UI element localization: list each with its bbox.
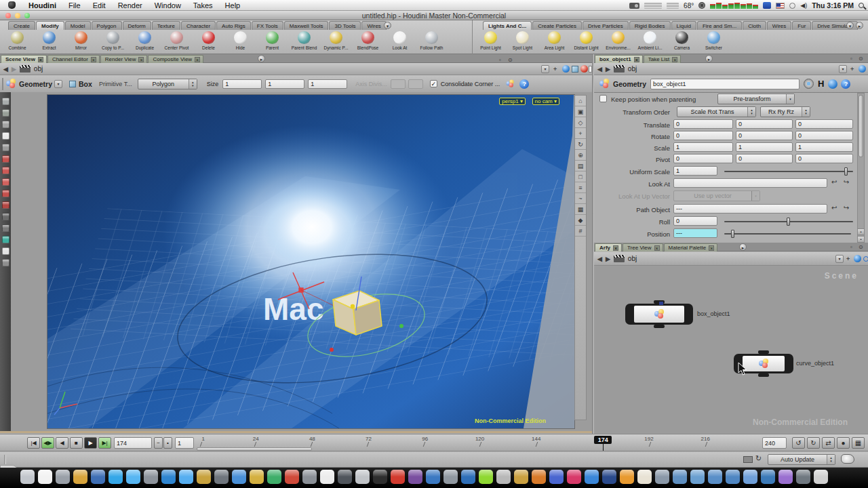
viewport-view-tool-icon[interactable]: ↻ — [575, 139, 586, 150]
environme-icon[interactable] — [612, 31, 625, 44]
node-label[interactable]: curve_object1 — [796, 360, 834, 367]
menu-render[interactable]: Render — [112, 0, 149, 11]
param-spinner-up-icon[interactable]: • — [857, 228, 865, 235]
scene-path[interactable]: obj — [34, 65, 43, 73]
delete-icon[interactable] — [202, 31, 215, 44]
viewport-tool-icon[interactable] — [2, 259, 9, 266]
scale-x-field[interactable]: 1 — [673, 142, 733, 152]
nav-back-icon[interactable]: ◀ — [597, 256, 602, 262]
position-slider[interactable] — [724, 233, 851, 235]
audio-toggle-button[interactable]: ● — [837, 437, 850, 449]
apple-logo-icon[interactable] — [8, 1, 16, 9]
no-cam-menu[interactable]: no cam ▾ — [532, 98, 559, 105]
volume-icon[interactable]: ◀) — [800, 2, 807, 9]
follow-path-icon[interactable] — [425, 31, 438, 44]
dock-app-icon[interactable] — [73, 470, 87, 484]
shelf-tool-look-at[interactable]: Look At — [384, 30, 416, 54]
menu-file[interactable]: File — [62, 0, 87, 11]
menu-help[interactable]: Help — [219, 0, 247, 11]
dock-app-icon[interactable] — [673, 470, 687, 484]
dock-app-icon[interactable] — [391, 470, 405, 484]
dock-app-icon[interactable] — [355, 470, 370, 484]
tab-channel-editor[interactable]: Channel Editor× — [47, 55, 100, 63]
dock-app-icon[interactable] — [655, 470, 669, 484]
tab-polygon[interactable]: Polygon — [92, 21, 122, 30]
tab-render-view[interactable]: Render View× — [100, 55, 148, 63]
bluetooth-status-icon[interactable] — [763, 2, 771, 9]
memory-icon[interactable] — [743, 456, 753, 463]
spot-light-icon[interactable] — [516, 31, 529, 44]
dock-app-icon[interactable] — [602, 470, 616, 484]
viewport-view-tool-icon[interactable]: ⌂ — [575, 96, 586, 106]
timeline[interactable]: |◀◀▶◀■▶▶| 174 − • 1 12448729612014419221… — [0, 434, 868, 451]
pivot-handle[interactable] — [351, 304, 355, 308]
shelf-tool-environme[interactable]: Environme... — [602, 30, 634, 54]
tab-rigid-bodies[interactable]: Rigid Bodies — [629, 21, 671, 30]
menu-window[interactable]: Window — [149, 0, 187, 11]
nav-back-icon[interactable]: ◀ — [3, 66, 8, 73]
camera-menu[interactable]: persp1 ▾ — [499, 98, 526, 105]
nav-back-icon[interactable]: ◀ — [597, 66, 602, 73]
shelf-tool-combine[interactable]: Combine — [1, 30, 33, 54]
viewport-tool-icon[interactable] — [2, 121, 9, 128]
consolidate-checkbox[interactable]: ✓ — [430, 80, 437, 87]
path-point-handle[interactable] — [399, 324, 403, 328]
tab-texture[interactable]: Texture — [152, 21, 180, 30]
tab-fire-and-sm[interactable]: Fire and Sm... — [697, 21, 742, 30]
ambient-li-icon[interactable] — [644, 31, 656, 44]
tab-composite-view[interactable]: Composite View× — [148, 55, 203, 63]
parent-icon[interactable] — [266, 31, 279, 44]
dock-app-icon[interactable] — [726, 470, 740, 484]
path-object-field[interactable]: --- — [673, 204, 827, 214]
center-pivot-icon[interactable] — [170, 31, 183, 44]
dock-app-icon[interactable] — [514, 470, 528, 484]
viewport-view-tool-icon[interactable]: ▤ — [575, 161, 586, 171]
pivot-y-field[interactable]: 0 — [736, 154, 793, 163]
param-pane-new-tab-icon[interactable]: ▸ — [705, 55, 713, 62]
render-teapot-icon[interactable] — [841, 454, 854, 464]
select-operator-icon[interactable]: ↪ — [844, 178, 849, 186]
prev-key-button[interactable]: ◀▶ — [41, 437, 54, 449]
look-at-field[interactable] — [673, 178, 827, 188]
shelf-tool-switcher[interactable]: Switcher — [698, 30, 730, 54]
shelf-tool-follow-path[interactable]: Follow Path — [416, 30, 448, 54]
tab-auto-rigs[interactable]: Auto Rigs — [216, 21, 251, 30]
gear-icon[interactable] — [698, 2, 705, 9]
combine-icon[interactable] — [11, 31, 24, 44]
link-icon[interactable] — [859, 65, 866, 73]
timeline-playhead[interactable]: 174 — [594, 436, 612, 444]
tab-arfy[interactable]: Arfy× — [595, 243, 622, 251]
shelf-tool-copy-to-p[interactable]: Copy to P... — [97, 30, 129, 54]
close-tab-icon[interactable]: × — [613, 245, 618, 251]
tab-cloth[interactable]: Cloth — [743, 21, 766, 30]
dock-app-icon[interactable] — [796, 470, 810, 484]
viewport-tool-icon[interactable] — [2, 144, 9, 151]
mirror-icon[interactable] — [75, 31, 87, 44]
tab-fur[interactable]: Fur — [792, 21, 811, 30]
shelf-tool-hide[interactable]: Hide — [224, 30, 256, 54]
frame-decrement-button[interactable]: − — [154, 437, 163, 449]
tab-lights-and-c[interactable]: Lights And C... — [483, 21, 532, 30]
dock-app-icon[interactable] — [161, 470, 176, 484]
extract-icon[interactable] — [43, 31, 56, 44]
viewport-view-tool-icon[interactable]: ▣ — [575, 106, 586, 117]
tab-tree-view[interactable]: Tree View× — [623, 243, 663, 251]
viewport-tool-icon[interactable] — [2, 247, 9, 255]
jump-end-button[interactable]: ▶| — [98, 437, 111, 449]
node-box-object1[interactable] — [625, 304, 693, 325]
shelf-tool-blendpose[interactable]: BlendPose — [352, 30, 384, 54]
dock-app-icon[interactable] — [338, 470, 352, 484]
viewport-view-tool-icon[interactable]: ◇ — [575, 117, 586, 128]
duplicate-icon[interactable] — [138, 31, 151, 44]
node-label[interactable]: box_object1 — [697, 310, 730, 317]
maximize-pane-icon[interactable]: ▫ — [850, 244, 852, 250]
tab-take-list[interactable]: Take List× — [644, 55, 682, 63]
dock-app-icon[interactable] — [761, 470, 775, 484]
area-light-icon[interactable] — [548, 31, 561, 44]
distant-light-icon[interactable] — [580, 31, 593, 44]
spotlight-search-icon[interactable] — [859, 3, 864, 8]
tab-scene-view[interactable]: Scene View× — [1, 55, 47, 63]
dock-app-icon[interactable] — [232, 470, 246, 484]
jump-start-button[interactable]: |◀ — [27, 437, 40, 449]
realtime-toggle-button[interactable]: ⇄ — [822, 437, 835, 449]
